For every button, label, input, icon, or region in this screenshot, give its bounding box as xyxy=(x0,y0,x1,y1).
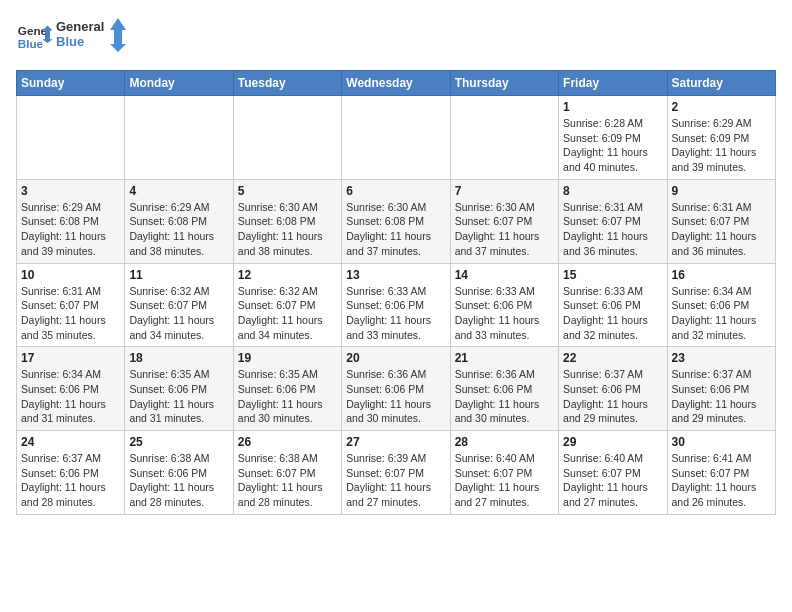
weekday-header: Thursday xyxy=(450,71,558,96)
day-info: Sunrise: 6:29 AM Sunset: 6:08 PM Dayligh… xyxy=(129,200,228,259)
day-info: Sunrise: 6:32 AM Sunset: 6:07 PM Dayligh… xyxy=(129,284,228,343)
page-header: General Blue General Blue xyxy=(16,16,776,58)
calendar-header: SundayMondayTuesdayWednesdayThursdayFrid… xyxy=(17,71,776,96)
day-number: 2 xyxy=(672,100,771,114)
day-info: Sunrise: 6:30 AM Sunset: 6:08 PM Dayligh… xyxy=(238,200,337,259)
calendar-cell: 16Sunrise: 6:34 AM Sunset: 6:06 PM Dayli… xyxy=(667,263,775,347)
day-number: 28 xyxy=(455,435,554,449)
calendar-cell: 25Sunrise: 6:38 AM Sunset: 6:06 PM Dayli… xyxy=(125,431,233,515)
calendar-cell: 5Sunrise: 6:30 AM Sunset: 6:08 PM Daylig… xyxy=(233,179,341,263)
day-number: 4 xyxy=(129,184,228,198)
day-number: 8 xyxy=(563,184,662,198)
day-info: Sunrise: 6:30 AM Sunset: 6:08 PM Dayligh… xyxy=(346,200,445,259)
calendar-cell: 19Sunrise: 6:35 AM Sunset: 6:06 PM Dayli… xyxy=(233,347,341,431)
calendar-week-row: 10Sunrise: 6:31 AM Sunset: 6:07 PM Dayli… xyxy=(17,263,776,347)
calendar-cell: 24Sunrise: 6:37 AM Sunset: 6:06 PM Dayli… xyxy=(17,431,125,515)
day-number: 14 xyxy=(455,268,554,282)
day-number: 10 xyxy=(21,268,120,282)
day-info: Sunrise: 6:36 AM Sunset: 6:06 PM Dayligh… xyxy=(455,367,554,426)
day-info: Sunrise: 6:30 AM Sunset: 6:07 PM Dayligh… xyxy=(455,200,554,259)
day-number: 25 xyxy=(129,435,228,449)
calendar-cell xyxy=(233,96,341,180)
calendar-week-row: 3Sunrise: 6:29 AM Sunset: 6:08 PM Daylig… xyxy=(17,179,776,263)
day-number: 12 xyxy=(238,268,337,282)
calendar-cell: 23Sunrise: 6:37 AM Sunset: 6:06 PM Dayli… xyxy=(667,347,775,431)
calendar-cell: 12Sunrise: 6:32 AM Sunset: 6:07 PM Dayli… xyxy=(233,263,341,347)
day-number: 30 xyxy=(672,435,771,449)
calendar-cell: 17Sunrise: 6:34 AM Sunset: 6:06 PM Dayli… xyxy=(17,347,125,431)
calendar-table: SundayMondayTuesdayWednesdayThursdayFrid… xyxy=(16,70,776,515)
day-number: 6 xyxy=(346,184,445,198)
day-number: 21 xyxy=(455,351,554,365)
svg-marker-5 xyxy=(110,18,126,52)
weekday-header: Tuesday xyxy=(233,71,341,96)
calendar-cell: 10Sunrise: 6:31 AM Sunset: 6:07 PM Dayli… xyxy=(17,263,125,347)
day-info: Sunrise: 6:35 AM Sunset: 6:06 PM Dayligh… xyxy=(238,367,337,426)
day-info: Sunrise: 6:37 AM Sunset: 6:06 PM Dayligh… xyxy=(672,367,771,426)
day-info: Sunrise: 6:33 AM Sunset: 6:06 PM Dayligh… xyxy=(455,284,554,343)
day-number: 1 xyxy=(563,100,662,114)
calendar-cell: 30Sunrise: 6:41 AM Sunset: 6:07 PM Dayli… xyxy=(667,431,775,515)
svg-text:Blue: Blue xyxy=(18,37,44,50)
day-info: Sunrise: 6:31 AM Sunset: 6:07 PM Dayligh… xyxy=(672,200,771,259)
day-number: 19 xyxy=(238,351,337,365)
calendar-cell: 14Sunrise: 6:33 AM Sunset: 6:06 PM Dayli… xyxy=(450,263,558,347)
day-info: Sunrise: 6:38 AM Sunset: 6:07 PM Dayligh… xyxy=(238,451,337,510)
day-number: 13 xyxy=(346,268,445,282)
calendar-week-row: 1Sunrise: 6:28 AM Sunset: 6:09 PM Daylig… xyxy=(17,96,776,180)
day-info: Sunrise: 6:39 AM Sunset: 6:07 PM Dayligh… xyxy=(346,451,445,510)
calendar-cell: 22Sunrise: 6:37 AM Sunset: 6:06 PM Dayli… xyxy=(559,347,667,431)
day-number: 18 xyxy=(129,351,228,365)
day-info: Sunrise: 6:38 AM Sunset: 6:06 PM Dayligh… xyxy=(129,451,228,510)
day-info: Sunrise: 6:41 AM Sunset: 6:07 PM Dayligh… xyxy=(672,451,771,510)
weekday-header: Saturday xyxy=(667,71,775,96)
weekday-header: Wednesday xyxy=(342,71,450,96)
calendar-cell: 15Sunrise: 6:33 AM Sunset: 6:06 PM Dayli… xyxy=(559,263,667,347)
day-number: 23 xyxy=(672,351,771,365)
logo-svg: General Blue xyxy=(56,16,126,54)
day-number: 17 xyxy=(21,351,120,365)
day-number: 7 xyxy=(455,184,554,198)
svg-text:General: General xyxy=(56,19,104,34)
calendar-cell: 18Sunrise: 6:35 AM Sunset: 6:06 PM Dayli… xyxy=(125,347,233,431)
calendar-cell: 20Sunrise: 6:36 AM Sunset: 6:06 PM Dayli… xyxy=(342,347,450,431)
calendar-week-row: 17Sunrise: 6:34 AM Sunset: 6:06 PM Dayli… xyxy=(17,347,776,431)
calendar-cell xyxy=(17,96,125,180)
day-number: 22 xyxy=(563,351,662,365)
calendar-cell: 21Sunrise: 6:36 AM Sunset: 6:06 PM Dayli… xyxy=(450,347,558,431)
calendar-cell: 3Sunrise: 6:29 AM Sunset: 6:08 PM Daylig… xyxy=(17,179,125,263)
day-number: 15 xyxy=(563,268,662,282)
calendar-cell: 6Sunrise: 6:30 AM Sunset: 6:08 PM Daylig… xyxy=(342,179,450,263)
day-info: Sunrise: 6:40 AM Sunset: 6:07 PM Dayligh… xyxy=(563,451,662,510)
day-number: 20 xyxy=(346,351,445,365)
day-number: 16 xyxy=(672,268,771,282)
calendar-cell: 2Sunrise: 6:29 AM Sunset: 6:09 PM Daylig… xyxy=(667,96,775,180)
logo: General Blue General Blue xyxy=(16,16,126,58)
calendar-cell: 7Sunrise: 6:30 AM Sunset: 6:07 PM Daylig… xyxy=(450,179,558,263)
calendar-cell xyxy=(450,96,558,180)
calendar-cell: 1Sunrise: 6:28 AM Sunset: 6:09 PM Daylig… xyxy=(559,96,667,180)
day-info: Sunrise: 6:35 AM Sunset: 6:06 PM Dayligh… xyxy=(129,367,228,426)
day-info: Sunrise: 6:32 AM Sunset: 6:07 PM Dayligh… xyxy=(238,284,337,343)
calendar-cell xyxy=(342,96,450,180)
day-number: 26 xyxy=(238,435,337,449)
day-info: Sunrise: 6:33 AM Sunset: 6:06 PM Dayligh… xyxy=(346,284,445,343)
day-info: Sunrise: 6:33 AM Sunset: 6:06 PM Dayligh… xyxy=(563,284,662,343)
weekday-header: Friday xyxy=(559,71,667,96)
day-number: 5 xyxy=(238,184,337,198)
calendar-cell: 13Sunrise: 6:33 AM Sunset: 6:06 PM Dayli… xyxy=(342,263,450,347)
calendar-cell: 9Sunrise: 6:31 AM Sunset: 6:07 PM Daylig… xyxy=(667,179,775,263)
calendar-cell: 27Sunrise: 6:39 AM Sunset: 6:07 PM Dayli… xyxy=(342,431,450,515)
day-info: Sunrise: 6:31 AM Sunset: 6:07 PM Dayligh… xyxy=(21,284,120,343)
day-number: 3 xyxy=(21,184,120,198)
calendar-cell: 29Sunrise: 6:40 AM Sunset: 6:07 PM Dayli… xyxy=(559,431,667,515)
calendar-cell: 4Sunrise: 6:29 AM Sunset: 6:08 PM Daylig… xyxy=(125,179,233,263)
day-number: 24 xyxy=(21,435,120,449)
weekday-header: Sunday xyxy=(17,71,125,96)
calendar-cell xyxy=(125,96,233,180)
calendar-cell: 8Sunrise: 6:31 AM Sunset: 6:07 PM Daylig… xyxy=(559,179,667,263)
day-info: Sunrise: 6:37 AM Sunset: 6:06 PM Dayligh… xyxy=(21,451,120,510)
day-info: Sunrise: 6:31 AM Sunset: 6:07 PM Dayligh… xyxy=(563,200,662,259)
svg-text:Blue: Blue xyxy=(56,34,84,49)
calendar-cell: 11Sunrise: 6:32 AM Sunset: 6:07 PM Dayli… xyxy=(125,263,233,347)
